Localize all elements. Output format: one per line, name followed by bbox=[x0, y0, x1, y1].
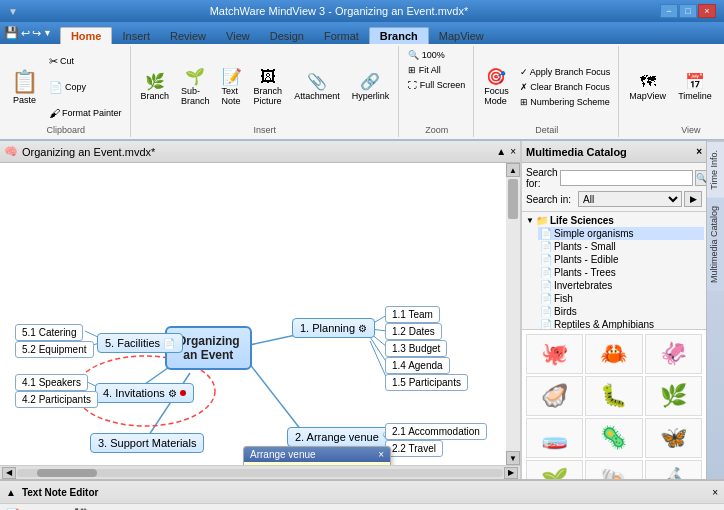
facilities-icon: 📄 bbox=[163, 338, 175, 349]
apply-branch-focus-btn[interactable]: ✓ Apply Branch Focus bbox=[516, 65, 615, 79]
tree-item-label-2: Plants - Small bbox=[554, 241, 616, 252]
tree-item-plants-small[interactable]: 📄 Plants - Small bbox=[538, 240, 704, 253]
tree-item-invertebrates[interactable]: 📄 Invertebrates bbox=[538, 279, 704, 292]
hscroll-left-btn[interactable]: ◀ bbox=[2, 467, 16, 479]
timeline-btn[interactable]: 📅Timeline bbox=[673, 69, 717, 104]
facilities-node[interactable]: 5. Facilities 📄 bbox=[97, 333, 183, 353]
tab-design[interactable]: Design bbox=[260, 28, 314, 44]
quick-dropdown-btn[interactable]: ▼ bbox=[43, 28, 52, 38]
support-materials-node[interactable]: 3. Support Materials bbox=[90, 433, 204, 453]
search-go-btn[interactable]: ▶ bbox=[684, 191, 702, 207]
search-input[interactable] bbox=[560, 170, 693, 186]
format-painter-btn[interactable]: 🖌 Format Painter bbox=[45, 105, 126, 121]
planning-node[interactable]: 1. Planning ⚙ bbox=[292, 318, 375, 338]
catalog-img-4[interactable]: 🦪 bbox=[526, 376, 583, 416]
tab-insert[interactable]: Insert bbox=[112, 28, 160, 44]
tree-root-item[interactable]: ▼ 📁 Life Sciences bbox=[524, 214, 704, 227]
catalog-img-11[interactable]: 🐚 bbox=[585, 460, 642, 479]
agenda-node[interactable]: 1.4 Agenda bbox=[385, 357, 450, 374]
arrange-venue-tooltip[interactable]: Arrange venue × Are we having workshops … bbox=[243, 446, 391, 465]
canvas-tab-label[interactable]: Organizing an Event.mvdx* bbox=[22, 146, 155, 158]
tab-format[interactable]: Format bbox=[314, 28, 369, 44]
canvas-vscrollbar[interactable]: ▲ ▼ bbox=[506, 163, 520, 465]
catalog-img-12[interactable]: 🔬 bbox=[645, 460, 702, 479]
tree-item-icon-1: 📄 bbox=[540, 228, 552, 239]
outline-btn[interactable]: ☰Outline bbox=[719, 69, 724, 104]
tree-root-label: Life Sciences bbox=[550, 215, 614, 226]
canvas-close-btn[interactable]: × bbox=[510, 146, 516, 157]
hscroll-track[interactable] bbox=[17, 469, 503, 477]
attachment-btn[interactable]: 📎Attachment bbox=[289, 69, 345, 104]
tab-mapview[interactable]: MapView bbox=[429, 28, 494, 44]
tree-item-plants-edible[interactable]: 📄 Plants - Edible bbox=[538, 253, 704, 266]
catalog-img-3[interactable]: 🦑 bbox=[645, 334, 702, 374]
save-quick-btn[interactable]: 💾 bbox=[4, 26, 19, 40]
close-btn[interactable]: × bbox=[698, 4, 716, 18]
tab-branch[interactable]: Branch bbox=[369, 27, 429, 44]
note-editor-expand-btn[interactable]: ▲ bbox=[6, 487, 16, 498]
side-tab-multimedia[interactable]: Multimedia Catalog bbox=[707, 198, 724, 291]
catalog-img-9[interactable]: 🦋 bbox=[645, 418, 702, 458]
tree-item-plants-trees[interactable]: 📄 Plants - Trees bbox=[538, 266, 704, 279]
branch-picture-btn[interactable]: 🖼Branch Picture bbox=[249, 65, 288, 109]
participants2-node[interactable]: 4.2 Participants bbox=[15, 391, 98, 408]
tree-item-reptiles[interactable]: 📄 Reptiles & Amphibians bbox=[538, 318, 704, 329]
tree-item-simple[interactable]: 📄 Simple organisms bbox=[538, 227, 704, 240]
team-node[interactable]: 1.1 Team bbox=[385, 306, 440, 323]
hscroll-right-btn[interactable]: ▶ bbox=[504, 467, 518, 479]
side-tab-time[interactable]: Time Info. bbox=[707, 141, 724, 198]
travel-node[interactable]: 2.2 Travel bbox=[385, 440, 443, 457]
catalog-img-1[interactable]: 🐙 bbox=[526, 334, 583, 374]
canvas-hscrollbar[interactable]: ◀ ▶ bbox=[0, 465, 520, 479]
redo-quick-btn[interactable]: ↪ bbox=[32, 27, 41, 40]
catalog-img-10[interactable]: 🌱 bbox=[526, 460, 583, 479]
minimize-btn[interactable]: − bbox=[660, 4, 678, 18]
equipment-node[interactable]: 5.2 Equipment bbox=[15, 341, 94, 358]
text-note-btn[interactable]: 📝Text Note bbox=[217, 64, 247, 109]
participants-node[interactable]: 1.5 Participants bbox=[385, 374, 468, 391]
tab-view[interactable]: View bbox=[216, 28, 260, 44]
tab-review[interactable]: Review bbox=[160, 28, 216, 44]
hscroll-thumb[interactable] bbox=[37, 469, 97, 477]
undo-quick-btn[interactable]: ↩ bbox=[21, 27, 30, 40]
vscroll-thumb[interactable] bbox=[508, 179, 518, 219]
fit-all-btn[interactable]: ⊞ Fit All bbox=[404, 63, 469, 77]
paste-btn[interactable]: 📋 Paste bbox=[6, 48, 43, 125]
tree-item-birds[interactable]: 📄 Birds bbox=[538, 305, 704, 318]
budget-node[interactable]: 1.3 Budget bbox=[385, 340, 447, 357]
catalog-img-2[interactable]: 🦀 bbox=[585, 334, 642, 374]
tree-item-fish[interactable]: 📄 Fish bbox=[538, 292, 704, 305]
search-in-select[interactable]: All bbox=[578, 191, 682, 207]
vscroll-up-btn[interactable]: ▲ bbox=[506, 163, 520, 177]
catalog-img-5[interactable]: 🐛 bbox=[585, 376, 642, 416]
vscroll-down-btn[interactable]: ▼ bbox=[506, 451, 520, 465]
catalog-img-7[interactable]: 🧫 bbox=[526, 418, 583, 458]
canvas-area[interactable]: Organizingan Event 1. Planning ⚙ 2. Arra… bbox=[0, 163, 520, 465]
catalog-close-btn[interactable]: × bbox=[696, 146, 702, 157]
maximize-btn[interactable]: □ bbox=[679, 4, 697, 18]
tab-home[interactable]: Home bbox=[60, 27, 113, 44]
copy-btn[interactable]: 📄 Copy bbox=[45, 79, 126, 96]
canvas-expand-btn[interactable]: ▲ bbox=[496, 146, 506, 157]
note-editor-close-btn[interactable]: × bbox=[712, 487, 718, 498]
mapview-btn[interactable]: 🗺MapView bbox=[624, 70, 671, 104]
focus-mode-btn[interactable]: 🎯Focus Mode bbox=[479, 64, 514, 109]
hyperlink-btn[interactable]: 🔗Hyperlink bbox=[347, 69, 395, 104]
branch-btn[interactable]: 🌿Branch bbox=[136, 69, 175, 104]
clear-branch-focus-btn[interactable]: ✗ Clear Branch Focus bbox=[516, 80, 615, 94]
accommodation-node[interactable]: 2.1 Accommodation bbox=[385, 423, 487, 440]
cut-btn[interactable]: ✂ Cut bbox=[45, 53, 126, 70]
catalog-img-6[interactable]: 🌿 bbox=[645, 376, 702, 416]
invitations-node[interactable]: 4. Invitations ⚙ bbox=[95, 383, 194, 403]
catalog-img-8[interactable]: 🦠 bbox=[585, 418, 642, 458]
speakers-node[interactable]: 4.1 Speakers bbox=[15, 374, 88, 391]
dates-node[interactable]: 1.2 Dates bbox=[385, 323, 442, 340]
catering-node[interactable]: 5.1 Catering bbox=[15, 324, 83, 341]
full-screen-btn[interactable]: ⛶ Full Screen bbox=[404, 78, 469, 92]
sub-branch-btn[interactable]: 🌱Sub-Branch bbox=[176, 64, 215, 109]
catalog-tree[interactable]: ▼ 📁 Life Sciences 📄 Simple organisms 📄 P… bbox=[522, 212, 706, 329]
numbering-scheme-btn[interactable]: ⊞ Numbering Scheme bbox=[516, 95, 615, 109]
zoom-100-btn[interactable]: 🔍 100% bbox=[404, 48, 469, 62]
tooltip-close-btn[interactable]: × bbox=[378, 449, 384, 460]
view-group: 🗺MapView 📅Timeline ☰Outline View bbox=[620, 46, 724, 137]
